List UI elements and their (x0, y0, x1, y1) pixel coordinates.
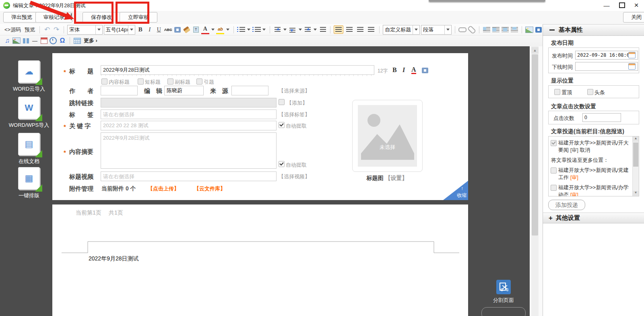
title-video-input[interactable] (101, 171, 277, 181)
title-italic-icon[interactable]: I (402, 66, 405, 74)
horizontal-rule-icon[interactable]: — (31, 38, 39, 44)
italic-icon[interactable]: I (146, 26, 154, 34)
delivery-item-option[interactable]: 福建开放大学>>新闻资讯/党建工作 [审] (549, 164, 639, 181)
editor-input[interactable] (164, 86, 204, 95)
redo-icon[interactable]: ↷ (52, 26, 60, 34)
checkbox-icon[interactable] (138, 78, 144, 85)
other-settings-header[interactable]: + 其他设置 (543, 213, 644, 223)
scrollbar-thumb[interactable] (532, 54, 538, 235)
split-page-tool[interactable]: 分割页面 (481, 280, 526, 316)
align-justify-button[interactable] (366, 25, 376, 34)
delivery-item-option[interactable]: 福建开放大学>>新闻资讯/办学动态 [审] (549, 181, 639, 196)
source-code-button[interactable]: <>源码 (3, 26, 22, 33)
option-content-title[interactable]: 内容标题 (101, 78, 130, 86)
calendar-picker-icon[interactable] (628, 52, 636, 58)
checkbox-icon[interactable] (101, 78, 107, 85)
title-input[interactable] (101, 65, 374, 75)
font-size-select[interactable]: 五号(14px) (104, 25, 135, 35)
unordered-list-icon[interactable] (252, 26, 260, 34)
title-pinyin-icon[interactable] (422, 68, 428, 74)
option-sub-title[interactable]: 副标题 (167, 78, 190, 86)
choose-tags-link[interactable]: 【选择标签】 (279, 111, 310, 118)
sidebar-item-word-wps-import[interactable]: W WORD/WPS导入 (5, 97, 53, 129)
unordered-list-dropdown[interactable] (262, 26, 267, 34)
insert-music-icon[interactable]: ♫ (3, 37, 11, 45)
indent-icon[interactable] (319, 26, 327, 34)
ordered-list-icon[interactable] (237, 26, 245, 34)
title-bold-icon[interactable]: B (392, 66, 397, 74)
line-height-dropdown[interactable] (313, 26, 318, 34)
insert-album-icon[interactable] (12, 37, 21, 45)
checkbox-icon[interactable] (196, 78, 202, 85)
special-char-icon[interactable]: Ω (58, 37, 66, 45)
choose-source-link[interactable]: 【选择来源】 (279, 87, 310, 95)
jump-link-checkbox[interactable] (279, 99, 285, 105)
ordered-list-dropdown[interactable] (246, 26, 251, 34)
space-before-icon[interactable] (273, 26, 281, 34)
checkbox-icon[interactable] (551, 167, 557, 173)
option-lead-title[interactable]: 引题 (196, 78, 214, 86)
expand-section-icon[interactable]: + (549, 214, 553, 222)
summary-textarea[interactable]: 2022年9月28日测试 (101, 132, 277, 169)
calendar-icon[interactable] (40, 37, 48, 45)
click-count-input[interactable] (582, 113, 621, 122)
font-family-select[interactable]: 宋体 (67, 25, 103, 35)
delivery-item-current[interactable]: 福建开放大学>>新闻资讯/开大要闻 [审] 取消 (549, 136, 639, 154)
article-body-page[interactable]: 当前第1页 共1页 2022年9月28日测试 (52, 204, 468, 316)
columns-icon[interactable] (22, 37, 30, 45)
delivery-scrollbar[interactable]: ▲ ▼ (632, 136, 639, 196)
close-editor-button[interactable]: 关闭 (623, 12, 644, 23)
article-body-text[interactable]: 2022年9月28日测试 (89, 255, 139, 262)
option-short-title[interactable]: 短标题 (138, 78, 161, 86)
paragraph-select[interactable]: 段落 (421, 25, 452, 35)
maximize-button[interactable] (616, 0, 628, 10)
font-color-dropdown[interactable] (211, 26, 215, 34)
partial-button[interactable] (481, 307, 526, 316)
format-paint-icon[interactable]: T (192, 26, 200, 34)
more-tools-button[interactable]: 更多 › (83, 37, 99, 44)
keywords-auto-checkbox[interactable] (279, 122, 285, 128)
pinyin-icon[interactable] (173, 26, 182, 34)
author-input[interactable] (101, 86, 138, 95)
split-page-icon[interactable] (496, 280, 511, 294)
review-log-button[interactable]: 审核记录 (35, 12, 72, 23)
add-jump-link[interactable]: 【添加】 (287, 99, 308, 107)
undo-icon[interactable]: ↶ (43, 26, 51, 34)
calendar-picker-icon[interactable] (628, 63, 636, 70)
line-height-icon[interactable] (304, 26, 312, 34)
keywords-input[interactable] (101, 121, 277, 130)
scroll-down-icon[interactable]: ▼ (633, 191, 639, 196)
clock-icon[interactable] (49, 37, 57, 45)
title-image-set-link[interactable]: 【设置】 (385, 175, 407, 181)
image-inline-right-icon[interactable] (501, 26, 509, 34)
upload-attachment-link[interactable]: 【点击上传】 (148, 185, 179, 192)
insert-image-icon[interactable] (525, 26, 533, 34)
font-color-icon[interactable]: A (201, 25, 209, 34)
bold-icon[interactable]: B (136, 26, 144, 34)
pin-top-option[interactable]: 置顶 (554, 89, 572, 96)
space-after-dropdown[interactable] (298, 26, 303, 34)
cloud-library-link[interactable]: 【云文件库】 (194, 185, 225, 192)
format-clean-icon[interactable] (183, 26, 191, 34)
vertical-scrollbar[interactable]: ▲ (531, 46, 539, 316)
highlight-color-icon[interactable]: ab (216, 25, 224, 34)
custom-title-select[interactable]: 自定义标题 (383, 25, 420, 35)
checkbox-icon[interactable] (554, 89, 560, 95)
source-input[interactable] (231, 86, 268, 95)
align-left-button[interactable] (334, 25, 343, 34)
image-float-left-icon[interactable] (483, 26, 491, 34)
scrollbar-thumb[interactable] (633, 143, 638, 167)
sidebar-item-one-click-layout[interactable]: ▦ 一键排版 (5, 167, 53, 199)
strikethrough-icon[interactable]: ABC (164, 26, 172, 34)
title-color-icon[interactable]: A (411, 66, 416, 74)
scroll-up-icon[interactable]: ▲ (531, 47, 539, 54)
add-delivery-button[interactable]: 添加投递 (548, 200, 585, 210)
link-icon[interactable] (458, 26, 466, 34)
scroll-up-icon[interactable]: ▲ (633, 136, 639, 142)
unlink-icon[interactable] (468, 26, 476, 34)
checkbox-icon[interactable] (551, 140, 557, 146)
title-image-box[interactable]: 未选择 (352, 100, 423, 172)
checkbox-icon[interactable] (587, 89, 593, 95)
highlight-color-dropdown[interactable] (225, 26, 230, 34)
insert-table-icon[interactable] (73, 37, 81, 45)
